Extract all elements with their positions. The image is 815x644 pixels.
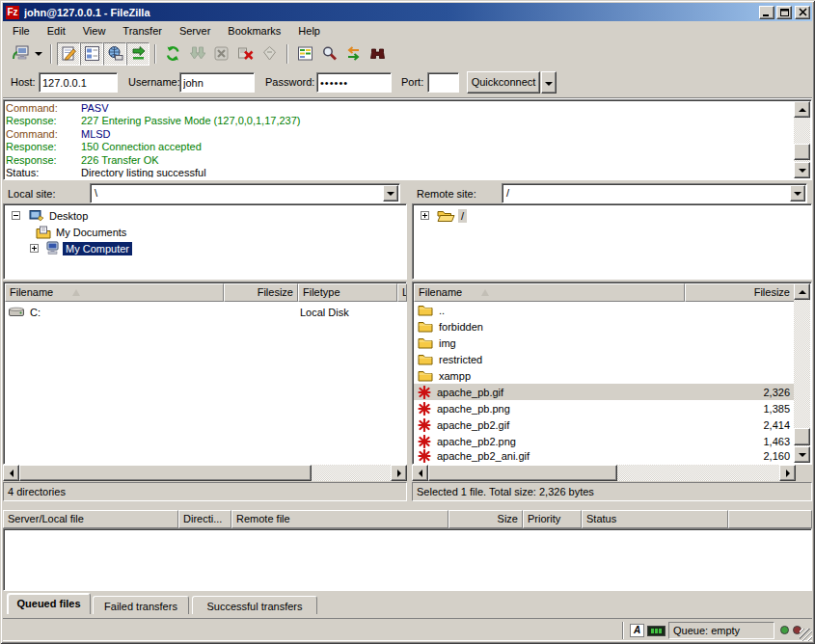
queue-column-direction[interactable]: Directi... — [178, 510, 231, 528]
scroll-thumb[interactable] — [794, 144, 810, 160]
scroll-right-button[interactable] — [779, 465, 796, 481]
log-scrollbar[interactable] — [794, 101, 810, 178]
local-file-list: Filename Filesize Filetype L C: Local Di… — [3, 282, 407, 465]
local-hscrollbar[interactable] — [3, 465, 407, 481]
local-site-dropdown[interactable] — [383, 185, 398, 201]
cancel-button[interactable] — [209, 42, 233, 66]
remote-file-row[interactable]: restricted — [414, 351, 795, 367]
tree-item-desktop[interactable]: Desktop — [6, 207, 404, 224]
toggle-message-log-button[interactable] — [57, 42, 80, 66]
scroll-down-button[interactable] — [794, 446, 810, 463]
scroll-left-button[interactable] — [3, 465, 19, 481]
remote-file-row[interactable]: .. — [414, 302, 795, 318]
transfer-type-icon[interactable]: A — [630, 624, 644, 637]
process-queue-button[interactable] — [185, 42, 209, 66]
host-input[interactable] — [39, 72, 118, 93]
synchronized-browsing-button[interactable] — [341, 42, 366, 66]
log-line: Response:227 Entering Passive Mode (127,… — [6, 115, 793, 127]
tab-failed-transfers[interactable]: Failed transfers — [93, 596, 189, 614]
refresh-button[interactable] — [161, 42, 185, 66]
menu-view[interactable]: View — [74, 22, 115, 40]
remote-site-combo[interactable]: / — [502, 183, 807, 203]
remote-file-row[interactable]: apache_pb2.gif2,414 — [414, 416, 795, 433]
queue-column-priority[interactable]: Priority — [523, 510, 582, 528]
scroll-thumb[interactable] — [428, 465, 617, 481]
menu-edit[interactable]: Edit — [39, 22, 74, 40]
password-input[interactable] — [316, 72, 392, 93]
remote-file-row[interactable]: xampp — [414, 367, 795, 384]
tree-expand-toggle[interactable] — [30, 244, 39, 253]
disconnect-button[interactable] — [233, 42, 258, 66]
queue-column-size[interactable]: Size — [448, 510, 523, 528]
minimize-button[interactable] — [759, 6, 774, 19]
quickconnect-button[interactable]: Quickconnect — [467, 71, 540, 94]
synchronized-browsing-icon — [345, 45, 362, 62]
site-manager-button[interactable] — [8, 42, 32, 66]
menu-help[interactable]: Help — [289, 22, 329, 40]
remote-file-row[interactable]: forbidden — [414, 318, 795, 335]
abort-button[interactable] — [258, 42, 282, 66]
remote-list-scrollbar[interactable] — [794, 283, 810, 463]
tree-item-root[interactable]: / — [415, 207, 809, 224]
quickconnect-dropdown[interactable] — [541, 71, 557, 94]
remote-hscrollbar[interactable] — [412, 465, 796, 481]
arrow-right-icon — [397, 470, 401, 477]
tree-expand-toggle[interactable] — [421, 211, 429, 220]
local-column-filetype[interactable]: Filetype — [298, 283, 397, 302]
quickconnect-bar: Host: Username: Password: Port: Quickcon… — [3, 67, 812, 98]
toggle-remote-tree-button[interactable] — [103, 42, 126, 66]
arrow-left-icon — [419, 470, 422, 477]
menu-server[interactable]: Server — [171, 22, 219, 40]
local-site-combo[interactable]: \ — [90, 183, 400, 203]
tab-successful-transfers[interactable]: Successful transfers — [192, 596, 317, 614]
queue-list[interactable] — [3, 528, 812, 591]
log-line: Command:MLSD — [6, 128, 793, 141]
remote-file-row[interactable]: img — [414, 335, 795, 351]
scroll-right-button[interactable] — [391, 465, 407, 481]
menu-bookmarks[interactable]: Bookmarks — [219, 22, 289, 40]
scroll-down-button[interactable] — [794, 162, 810, 178]
local-site-value: \ — [95, 187, 97, 199]
local-column-filesize[interactable]: Filesize — [224, 283, 298, 302]
file-search-button[interactable] — [366, 42, 390, 66]
menu-file[interactable]: File — [4, 22, 39, 40]
scroll-thumb[interactable] — [19, 465, 312, 481]
local-column-filename[interactable]: Filename — [5, 283, 224, 302]
tree-item-my-documents[interactable]: My Documents — [6, 224, 404, 240]
scroll-up-button[interactable] — [794, 283, 810, 300]
toggle-local-tree-button[interactable] — [80, 42, 103, 66]
local-status-bar: 4 directories — [3, 482, 407, 501]
resize-grip[interactable] — [800, 629, 812, 641]
local-column-lastmodified[interactable]: L — [397, 283, 407, 302]
remote-file-row-selected[interactable]: apache_pb.gif2,326 — [414, 384, 795, 400]
remote-file-row[interactable]: apache_pb.png1,385 — [414, 400, 795, 416]
remote-site-dropdown[interactable] — [790, 185, 805, 201]
local-file-row[interactable]: C: Local Disk — [5, 304, 406, 320]
filename-filters-button[interactable] — [317, 42, 341, 66]
maximize-button[interactable] — [776, 6, 792, 19]
tree-item-label-selected: / — [458, 209, 467, 223]
tree-item-my-computer[interactable]: My Computer — [6, 240, 404, 256]
maximize-icon — [780, 8, 789, 16]
speed-limit-icon[interactable] — [647, 626, 666, 636]
close-button[interactable] — [795, 6, 810, 19]
scroll-left-button[interactable] — [412, 465, 428, 481]
remote-column-filesize[interactable]: Filesize — [685, 283, 795, 302]
scroll-thumb[interactable] — [794, 428, 810, 445]
queue-column-serverlocal[interactable]: Server/Local file — [3, 510, 178, 528]
username-input[interactable] — [179, 72, 255, 93]
queue-column-remotefile[interactable]: Remote file — [231, 510, 448, 528]
site-manager-dropdown[interactable] — [32, 42, 45, 66]
queue-column-status[interactable]: Status — [582, 510, 728, 528]
directory-comparison-button[interactable] — [293, 42, 317, 66]
menu-transfer[interactable]: Transfer — [114, 22, 171, 40]
scroll-up-button[interactable] — [794, 101, 810, 118]
toggle-transfer-queue-button[interactable] — [126, 42, 149, 66]
tab-queued-files[interactable]: Queued files — [7, 593, 91, 614]
remote-column-filename[interactable]: Filename — [414, 283, 685, 302]
port-input[interactable] — [427, 72, 459, 93]
queue-size-indicator: Queue: empty — [668, 622, 774, 639]
tree-collapse-toggle[interactable] — [12, 211, 20, 220]
remote-file-row[interactable]: apache_pb2_ani.gif2,160 — [414, 447, 795, 464]
arrow-left-icon — [10, 470, 14, 477]
